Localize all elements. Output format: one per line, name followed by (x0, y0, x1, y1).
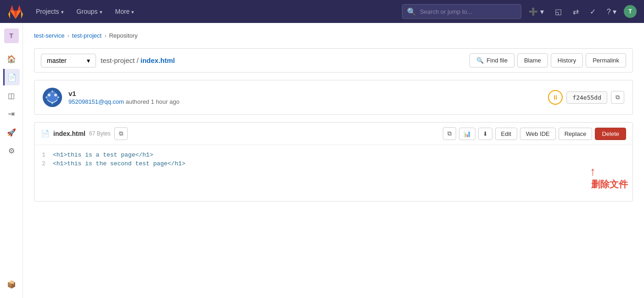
sidebar-item-merge-requests[interactable]: ⇥ (3, 106, 20, 122)
annotation-text: 删除文件 (591, 178, 628, 191)
gitlab-logo[interactable] (7, 3, 24, 20)
user-avatar[interactable]: T (624, 5, 637, 18)
sidebar-item-packages[interactable]: 📦 (3, 276, 20, 292)
commit-hash: f24e55dd (566, 91, 607, 104)
copy-path-button[interactable]: ⧉ (114, 127, 128, 140)
commit-author-link[interactable]: 952098151@qq.com (68, 98, 124, 105)
file-type-icon: 📄 (41, 129, 50, 138)
svg-point-5 (51, 102, 53, 104)
annotation-area: ↑ 删除文件 (34, 174, 633, 201)
commit-hash-area: ⏸ f24e55dd ⧉ (548, 90, 624, 105)
search-icon: 🔍 (407, 7, 416, 16)
create-new-button[interactable]: ➕ ▾ (525, 5, 547, 19)
svg-point-6 (45, 96, 47, 98)
copy-hash-button[interactable]: ⧉ (611, 91, 624, 104)
toolbar-actions: 🔍 Find file Blame History Permalink (469, 53, 626, 67)
breadcrumb-sep-2: › (104, 32, 106, 39)
breadcrumb-sep-1: › (67, 32, 69, 39)
blame-button[interactable]: Blame (517, 53, 548, 67)
file-name-label: index.html (53, 130, 85, 137)
svg-point-4 (51, 90, 53, 92)
web-ide-button[interactable]: Web IDE (520, 128, 556, 140)
help-icon[interactable]: ? ▾ (603, 5, 620, 19)
sidebar-item-home[interactable]: 🏠 (3, 51, 20, 67)
search-input[interactable] (420, 8, 516, 15)
breadcrumb: test-service › test-project › Repository (34, 32, 633, 39)
breadcrumb-service[interactable]: test-service (34, 32, 64, 39)
line-number-1: 1 (34, 152, 53, 158)
commit-details: v1 952098151@qq.com authored 1 hour ago (68, 90, 542, 105)
sidebar-item-settings[interactable]: ⚙ (3, 142, 20, 159)
nav-groups[interactable]: Groups (72, 5, 107, 18)
branch-selector[interactable]: master ▾ (41, 54, 96, 67)
download-button[interactable]: ⬇ (478, 128, 492, 140)
nav-projects[interactable]: Projects (31, 5, 68, 18)
commit-author-info: 952098151@qq.com authored 1 hour ago (68, 98, 542, 105)
breadcrumb-current: Repository (109, 32, 137, 39)
pipeline-status-icon[interactable]: ⏸ (548, 90, 563, 105)
history-button[interactable]: History (551, 53, 583, 67)
branch-chevron-icon: ▾ (87, 57, 90, 64)
todo-icon[interactable]: ◱ (551, 5, 565, 19)
svg-point-2 (48, 94, 51, 96)
file-actions: ⧉ 📊 ⬇ Edit Web IDE Replace Delete (443, 127, 626, 140)
find-file-button[interactable]: 🔍 Find file (469, 53, 514, 67)
issues-icon[interactable]: ✓ (586, 5, 599, 19)
file-path: test-project / index.html (101, 56, 465, 64)
sidebar: T 🏠 📄 ◫ ⇥ 🚀 ⚙ 📦 (0, 23, 23, 298)
branch-name: master (47, 57, 67, 64)
branch-toolbar: master ▾ test-project / index.html 🔍 Fin… (34, 48, 633, 73)
commit-author-avatar (43, 88, 62, 107)
global-search[interactable]: 🔍 (402, 4, 521, 19)
commit-info: v1 952098151@qq.com authored 1 hour ago … (34, 80, 633, 115)
commit-message: v1 (68, 90, 542, 97)
project-avatar[interactable]: T (4, 28, 19, 43)
top-navbar: Projects Groups More 🔍 ➕ ▾ ◱ ⇄ ✓ ? ▾ T (0, 0, 644, 23)
code-line-2: 2 <h1>this is the second test page</h1> (34, 159, 633, 168)
line-number-2: 2 (34, 160, 53, 167)
replace-button[interactable]: Replace (559, 128, 593, 140)
nav-more[interactable]: More (111, 5, 139, 18)
code-line-1: 1 <h1>this is a test page</h1> (34, 151, 633, 159)
merge-request-icon[interactable]: ⇄ (569, 5, 582, 19)
line-code-2: <h1>this is the second test page</h1> (53, 160, 186, 167)
file-size-label: 67 Bytes (89, 130, 111, 137)
edit-button[interactable]: Edit (495, 128, 517, 140)
main-content: test-service › test-project › Repository… (23, 23, 644, 298)
file-header: 📄 index.html 67 Bytes ⧉ ⧉ 📊 ⬇ Edit Web I… (34, 123, 633, 145)
file-viewer: 📄 index.html 67 Bytes ⧉ ⧉ 📊 ⬇ Edit Web I… (34, 122, 633, 202)
page-layout: T 🏠 📄 ◫ ⇥ 🚀 ⚙ 📦 test-service › test-proj… (0, 23, 644, 298)
breadcrumb-project[interactable]: test-project (72, 32, 102, 39)
svg-point-7 (57, 96, 59, 98)
sidebar-item-cicd[interactable]: 🚀 (3, 124, 20, 141)
sidebar-item-issues[interactable]: ◫ (3, 87, 20, 104)
svg-point-3 (54, 94, 57, 96)
permalink-button[interactable]: Permalink (586, 53, 626, 67)
search-icon: 🔍 (476, 57, 484, 64)
delete-button[interactable]: Delete (595, 128, 626, 140)
raw-button-icon[interactable]: ⧉ (443, 127, 456, 140)
annotation-arrow-icon: ↑ (590, 164, 596, 179)
line-code-1: <h1>this is a test page</h1> (53, 152, 153, 158)
blame-icon-button[interactable]: 📊 (459, 128, 475, 140)
sidebar-item-repository[interactable]: 📄 (3, 69, 20, 85)
code-content: 1 <h1>this is a test page</h1> 2 <h1>thi… (34, 145, 633, 174)
